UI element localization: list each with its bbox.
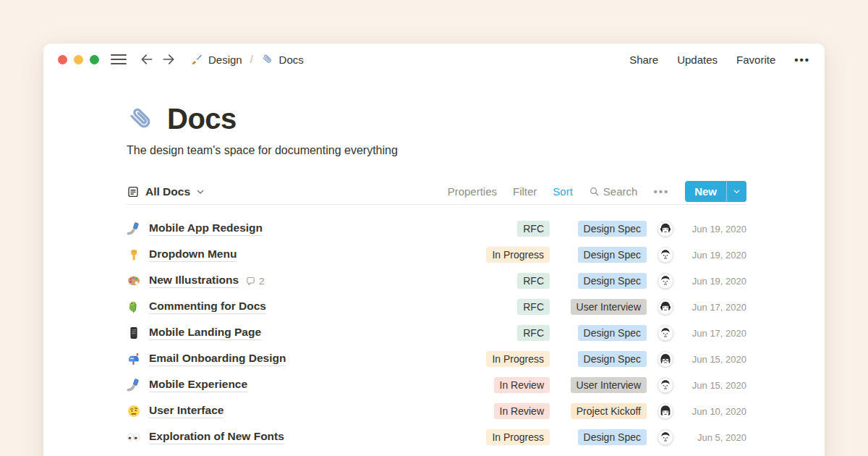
- status-cell: RFC: [476, 299, 550, 315]
- toolbar-more-icon[interactable]: •••: [653, 185, 669, 198]
- back-arrow-icon[interactable]: [140, 52, 154, 67]
- table-row[interactable]: Commenting for DocsRFCUser InterviewJun …: [127, 294, 746, 320]
- type-tag[interactable]: User Interview: [571, 299, 647, 315]
- more-options-icon[interactable]: •••: [794, 54, 810, 66]
- point-down-icon: [127, 248, 141, 262]
- page-content: Docs The design team's space for documen…: [43, 103, 825, 450]
- type-tag[interactable]: Design Spec: [578, 429, 647, 445]
- favorite-button[interactable]: Favorite: [736, 54, 775, 66]
- doc-title-link[interactable]: Dropdown Menu: [149, 248, 237, 262]
- page-subtitle: The design team's space for documenting …: [127, 144, 746, 157]
- share-button[interactable]: Share: [629, 54, 658, 66]
- type-cell: User Interview: [558, 377, 647, 393]
- status-tag[interactable]: RFC: [517, 273, 550, 289]
- type-tag[interactable]: Design Spec: [578, 325, 647, 341]
- view-selector[interactable]: All Docs: [127, 185, 205, 198]
- breadcrumb-item-design[interactable]: Design: [208, 54, 242, 66]
- paintbrush-icon: [190, 53, 203, 66]
- table-row[interactable]: Mobile Landing PageRFCDesign SpecJun 17,…: [127, 320, 746, 346]
- type-tag[interactable]: Design Spec: [578, 351, 647, 367]
- table-row[interactable]: Exploration of New FontsIn ProgressDesig…: [127, 424, 746, 450]
- status-tag[interactable]: RFC: [517, 221, 550, 237]
- type-tag[interactable]: Project Kickoff: [571, 403, 647, 419]
- properties-button[interactable]: Properties: [448, 185, 497, 198]
- doc-title-cell: Email Onboarding Design: [149, 352, 476, 366]
- avatar-woman-bob: [658, 403, 673, 419]
- status-tag[interactable]: RFC: [517, 299, 550, 315]
- row-date: Jun 10, 2020: [684, 406, 746, 417]
- doc-title-link[interactable]: Commenting for Docs: [149, 300, 266, 314]
- row-date: Jun 15, 2020: [684, 380, 746, 391]
- new-button-label[interactable]: New: [685, 181, 726, 202]
- row-date: Jun 15, 2020: [684, 354, 746, 365]
- doc-title-link[interactable]: Mobile Experience: [149, 378, 247, 392]
- breadcrumb-separator: /: [250, 54, 253, 65]
- updates-button[interactable]: Updates: [677, 54, 718, 66]
- doc-title-link[interactable]: Email Onboarding Design: [149, 352, 286, 366]
- breadcrumb-item-docs[interactable]: Docs: [279, 54, 304, 66]
- doc-title-link[interactable]: New Illustrations: [149, 274, 239, 288]
- filter-button[interactable]: Filter: [513, 185, 537, 198]
- table-row[interactable]: Mobile ExperienceIn ReviewUser Interview…: [127, 372, 746, 398]
- doc-title-link[interactable]: Mobile App Redesign: [149, 221, 263, 236]
- avatar-man: [658, 377, 673, 393]
- search-label: Search: [603, 185, 638, 198]
- search-button[interactable]: Search: [589, 185, 638, 198]
- type-cell: User Interview: [558, 299, 647, 315]
- status-cell: In Review: [476, 377, 550, 393]
- doc-title-cell: User Interface: [149, 404, 476, 418]
- table-row[interactable]: Mobile App RedesignRFCDesign SpecJun 19,…: [127, 216, 746, 242]
- status-tag[interactable]: In Review: [494, 403, 550, 419]
- status-cell: In Review: [476, 403, 550, 419]
- close-window-button[interactable]: [58, 55, 67, 64]
- docs-table: Mobile App RedesignRFCDesign SpecJun 19,…: [127, 216, 746, 450]
- comment-icon: [245, 276, 256, 287]
- table-row[interactable]: User InterfaceIn ReviewProject KickoffJu…: [127, 398, 746, 424]
- type-cell: Design Spec: [558, 247, 647, 263]
- type-tag[interactable]: User Interview: [571, 377, 647, 393]
- avatar-woman-glasses: [658, 351, 673, 367]
- type-tag[interactable]: Design Spec: [578, 221, 647, 237]
- status-tag[interactable]: In Review: [494, 377, 550, 393]
- view-name: All Docs: [145, 185, 190, 198]
- new-button[interactable]: New: [685, 181, 746, 202]
- menu-icon[interactable]: [111, 54, 127, 64]
- status-tag[interactable]: In Progress: [486, 247, 550, 263]
- status-tag[interactable]: In Progress: [486, 429, 550, 445]
- comment-count: 2: [245, 276, 265, 287]
- type-tag[interactable]: Design Spec: [578, 247, 647, 263]
- avatar-woman-headphones: [658, 221, 673, 237]
- type-tag[interactable]: Design Spec: [578, 273, 647, 289]
- type-cell: Design Spec: [558, 351, 647, 367]
- doc-title-link[interactable]: Exploration of New Fonts: [149, 430, 284, 444]
- traffic-lights: [58, 55, 99, 64]
- status-cell: In Progress: [476, 247, 550, 263]
- doc-title-cell: Mobile App Redesign: [149, 221, 476, 236]
- selfie-icon: [127, 221, 141, 236]
- page-title-row: Docs: [127, 103, 746, 135]
- table-row[interactable]: Dropdown MenuIn ProgressDesign SpecJun 1…: [127, 242, 746, 268]
- zoom-window-button[interactable]: [90, 55, 99, 64]
- doc-title-link[interactable]: User Interface: [149, 404, 224, 418]
- forward-arrow-icon[interactable]: [161, 52, 176, 67]
- eyes-icon: [127, 430, 141, 444]
- minimize-window-button[interactable]: [74, 55, 83, 64]
- row-date: Jun 19, 2020: [684, 276, 746, 287]
- type-cell: Design Spec: [558, 273, 647, 289]
- doc-title-link[interactable]: Mobile Landing Page: [149, 326, 261, 340]
- table-row[interactable]: Email Onboarding DesignIn ProgressDesign…: [127, 346, 746, 372]
- mailbox-icon: [127, 352, 141, 366]
- comment-count-value: 2: [259, 276, 265, 287]
- page-title: Docs: [167, 103, 237, 135]
- new-button-caret[interactable]: [726, 181, 746, 202]
- parrot-icon: [127, 300, 141, 314]
- sort-button[interactable]: Sort: [553, 185, 573, 198]
- table-row[interactable]: New Illustrations2RFCDesign SpecJun 19, …: [127, 268, 746, 294]
- status-tag[interactable]: In Progress: [486, 351, 550, 367]
- avatar-man: [658, 429, 673, 445]
- row-date: Jun 19, 2020: [684, 224, 746, 235]
- status-tag[interactable]: RFC: [517, 325, 550, 341]
- type-cell: Design Spec: [558, 429, 647, 445]
- doc-title-cell: Mobile Experience: [149, 378, 476, 392]
- doc-title-cell: Dropdown Menu: [149, 248, 476, 262]
